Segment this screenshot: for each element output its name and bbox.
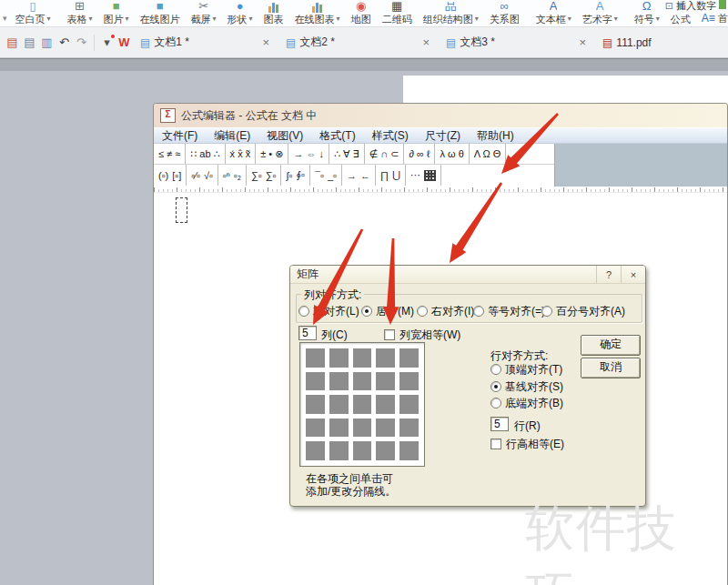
equation-slot-placeholder[interactable] [176,197,187,223]
template-palette-button[interactable]: →← [342,165,376,186]
matrix-cell[interactable] [329,419,349,438]
matrix-cell[interactable] [376,372,395,391]
radio-bottom-align[interactable]: 底端对齐(B) [490,396,563,411]
symbol-palette-button[interactable]: ≤ ≠ ≈ [154,144,186,164]
matrix-partition-grid[interactable] [299,342,425,467]
radio-left-align[interactable]: 左对齐(L) [298,304,359,319]
radio-baseline-align[interactable]: 基线对齐(S) [490,379,563,395]
checkbox-icon[interactable] [384,329,395,340]
undo-icon[interactable]: ↶ [56,34,73,51]
matrix-cell[interactable] [376,395,395,414]
matrix-cell[interactable] [306,419,325,438]
menu-item[interactable]: 视图(V) [258,128,311,144]
ribbon-item-screenshot[interactable]: ✂截屏▾ [186,2,222,25]
radio-percent-align[interactable]: 百分号对齐(A) [541,304,625,319]
document-tab[interactable]: ▤文档2 *× [278,27,439,57]
radio-center-align[interactable]: 居中(M) [361,304,414,319]
template-palette-button[interactable]: ∫▫∮▫ [281,165,310,186]
matrix-cell[interactable] [329,441,349,460]
symbol-palette-button[interactable]: Λ Ω Θ [470,144,507,164]
equal-row-height-checkbox[interactable]: 行高相等(E) [490,437,564,452]
matrix-cell[interactable] [399,441,419,460]
radio-top-align[interactable]: 顶端对齐(T) [490,362,562,378]
symbol-palette-button[interactable]: → ⇔ ↓ [288,144,329,164]
menu-item[interactable]: 样式(S) [364,128,417,144]
matrix-cell[interactable] [353,395,372,414]
ribbon-item-online-chart[interactable]: 在线图表▾ [289,2,346,25]
radio-icon[interactable] [361,306,372,317]
radio-icon[interactable] [473,306,484,317]
tab-close-icon[interactable]: × [260,35,271,49]
matrix-cell[interactable] [306,372,325,391]
radio-icon[interactable] [541,306,552,317]
equation-editor-titlebar[interactable]: 公式编辑器 - 公式在 文档 中 [154,104,727,127]
matrix-cell[interactable] [306,395,325,414]
matrix-cell[interactable] [353,441,372,460]
matrix-cell[interactable] [353,419,372,438]
menu-item[interactable]: 格式(T) [311,128,363,144]
document-tab[interactable]: ▤文档3 *× [439,27,595,57]
matrix-template-button[interactable]: ⋯ [406,165,441,186]
matrix-cell[interactable] [306,441,325,460]
print-preview-icon[interactable]: ▥ [38,34,56,51]
matrix-cell[interactable] [353,372,372,391]
ribbon-item-org-chart[interactable]: 品组织结构图▾ [418,2,484,25]
matrix-cell[interactable] [353,348,372,368]
template-palette-button[interactable]: ∑▫∑▫ [247,165,282,186]
matrix-cell[interactable] [329,395,349,414]
ribbon-item-blank-page[interactable]: ▯空白页▾ [10,2,56,25]
matrix-cell[interactable] [329,372,349,391]
ribbon-item-table[interactable]: ⊞表格▾ [62,2,98,25]
matrix-cell[interactable] [376,348,395,368]
radio-right-align[interactable]: 右对齐(I) [417,304,474,319]
dialog-close-button[interactable]: × [621,266,645,283]
dialog-help-button[interactable]: ? [596,266,621,283]
rows-count-input[interactable]: 5 [490,417,509,431]
export-pdf-icon[interactable]: ▤ [4,34,21,51]
symbol-palette-button[interactable]: λ ω θ [435,144,469,164]
matrix-cell[interactable] [306,348,325,368]
ribbon-item-shapes[interactable]: ●形状▾ [222,2,258,25]
wps-logo-icon[interactable]: W [116,34,133,51]
matrix-dialog-titlebar[interactable]: 矩阵 ? × [290,266,645,284]
template-palette-button[interactable]: (▫)[▫] [154,165,187,186]
ribbon-item-picture[interactable]: ■图片▾ [98,2,135,25]
symbol-palette-button[interactable]: ∉ ∩ ⊂ [365,144,405,164]
radio-icon[interactable] [298,306,309,317]
symbol-palette-button[interactable]: ∷ ab ∴ [186,144,225,164]
tab-close-icon[interactable]: × [577,35,588,49]
radio-icon[interactable] [490,364,501,375]
matrix-cell[interactable] [376,441,395,460]
checkbox-icon[interactable] [490,439,501,449]
tab-close-icon[interactable]: × [420,35,431,49]
symbol-palette-button[interactable]: ∂ ∞ ℓ [404,144,435,164]
ribbon-item-chart[interactable]: 图表 [258,2,289,25]
radio-equal-sign-align[interactable]: 等号对齐(=) [473,304,545,319]
ribbon-item-online-picture[interactable]: ■在线图片 [135,2,186,25]
insert-number-button[interactable]: ⊡ 插入数字 [665,0,726,12]
columns-count-input[interactable]: 5 [298,326,317,340]
symbol-palette-button[interactable]: ± • ⊗ [256,144,288,164]
ribbon-item-text-box[interactable]: A文本框▾ [531,2,577,25]
equal-col-width-checkbox[interactable]: 列宽相等(W) [384,328,460,343]
radio-icon[interactable] [490,398,501,408]
template-palette-button[interactable]: ▫⁄▫√▫ [187,165,218,186]
matrix-cell[interactable] [329,348,349,368]
ribbon-item-qr-code[interactable]: ▦二维码 [377,2,418,25]
symbol-palette-button[interactable]: ∴ ∀ ∃ [329,144,365,164]
menu-item[interactable]: 编辑(E) [206,128,258,144]
template-palette-button[interactable]: ∏⋃ [376,165,406,186]
ribbon-item-word-art[interactable]: A艺术字▾ [577,2,623,25]
redo-icon[interactable]: ↷ [73,34,90,51]
radio-icon[interactable] [490,381,501,392]
menu-item[interactable]: 文件(F) [154,128,206,144]
radio-icon[interactable] [417,306,428,317]
matrix-cell[interactable] [399,372,419,391]
menu-item[interactable]: 尺寸(Z) [417,128,469,144]
symbol-palette-button[interactable]: x́ x̂ x̃ [226,144,257,164]
document-tab[interactable]: ▤文档1 *× [133,27,278,57]
matrix-cell[interactable] [376,419,395,438]
ribbon-item-relation-chart[interactable]: ∞关系图 [484,2,525,25]
matrix-cell[interactable] [399,419,419,438]
ribbon-item-symbol[interactable]: Ω符号▾ [629,2,665,25]
